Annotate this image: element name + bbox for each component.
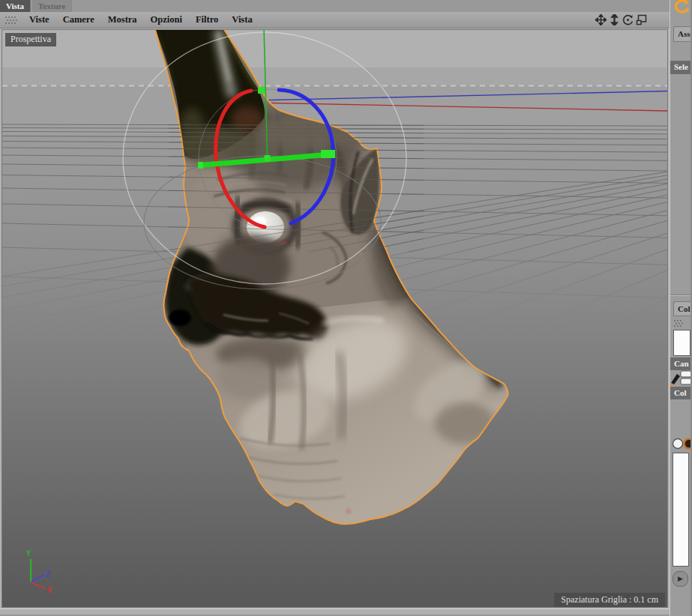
tab-attributes[interactable]: Ass [673, 26, 692, 42]
gizmo-bar-left-handle [198, 162, 203, 169]
color-swatch[interactable] [673, 330, 691, 356]
viewport-frame: Y Z X Prospettiva Spaziatura Griglia : 0… [0, 28, 670, 609]
grip-handle-icon[interactable] [673, 319, 684, 327]
tab-vista[interactable]: Vista [0, 0, 31, 12]
axis-x-label: X [47, 586, 52, 594]
grip-handle-icon[interactable] [4, 16, 18, 25]
menu-opzioni[interactable]: Opzioni [144, 14, 189, 25]
maximize-icon[interactable] [636, 14, 647, 25]
3d-viewport[interactable]: Y Z X Prospettiva Spaziatura Griglia : 0… [2, 30, 667, 607]
menu-viste[interactable]: Viste [22, 14, 56, 25]
gizmo-center-handle [265, 155, 271, 161]
view-tabbar: Vista Texture [0, 0, 670, 12]
color-mode-radios[interactable] [672, 438, 692, 450]
selection-section-header: Sele [670, 61, 692, 74]
viewport-menubar: Viste Camere Mostra Opzioni Filtro Vista [0, 12, 670, 28]
tab-color[interactable]: Col [673, 301, 692, 316]
skin-pink-spot [346, 509, 352, 514]
zoom-icon[interactable] [609, 14, 620, 25]
menu-filtro[interactable]: Filtro [189, 14, 225, 25]
camera-view-label[interactable]: Prospettiva [5, 33, 56, 46]
menu-camere[interactable]: Camere [56, 14, 101, 25]
gizmo-y-handle [258, 87, 265, 94]
menu-mostra[interactable]: Mostra [101, 14, 144, 25]
brush-tool-icon[interactable] [670, 369, 692, 387]
color-field[interactable] [673, 453, 689, 567]
axis-y-label: Y [26, 549, 31, 558]
viewport-bottom-frame [0, 609, 670, 616]
application-window: Vista Texture Viste Camere Mostra Opzion… [0, 0, 692, 616]
tab-texture[interactable]: Texture [32, 0, 72, 12]
right-panel: Ass Sele Col Can Col ▶ [670, 0, 692, 616]
rotate-tool-icon[interactable] [673, 0, 690, 13]
menu-vista[interactable]: Vista [225, 14, 259, 25]
color-section-header: Col [670, 387, 692, 399]
axis-z-label: Z [46, 570, 50, 579]
rotate-icon[interactable] [622, 14, 634, 25]
grid-spacing-status: Spaziatura Griglia : 0.1 cm [554, 593, 665, 607]
channels-section-header: Can [670, 357, 692, 370]
move-icon[interactable] [595, 14, 607, 25]
panel-divider [670, 295, 692, 296]
panel-expand-button[interactable]: ▶ [673, 571, 688, 587]
gizmo-bar-right-handle [321, 150, 335, 158]
